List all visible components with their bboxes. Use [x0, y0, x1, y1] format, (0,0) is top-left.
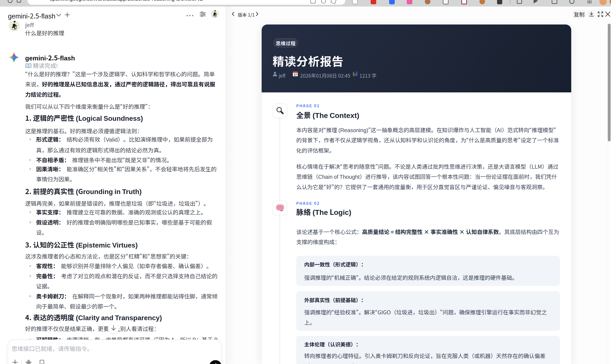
svg-text:17: 17	[294, 73, 297, 76]
